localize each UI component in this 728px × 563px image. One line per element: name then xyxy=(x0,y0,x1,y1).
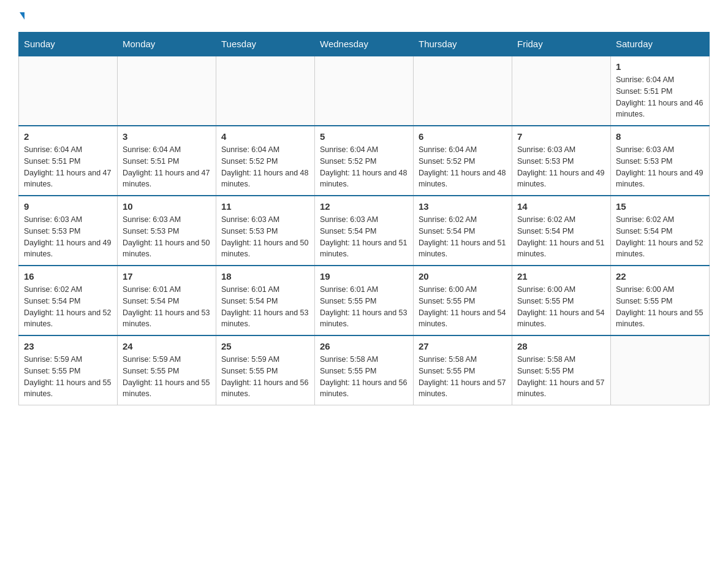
calendar-week-row: 2Sunrise: 6:04 AM Sunset: 5:51 PM Daylig… xyxy=(19,126,710,196)
calendar-day-cell: 27Sunrise: 5:58 AM Sunset: 5:55 PM Dayli… xyxy=(414,335,512,405)
calendar-day-cell: 4Sunrise: 6:04 AM Sunset: 5:52 PM Daylig… xyxy=(216,126,315,196)
calendar-day-cell: 3Sunrise: 6:04 AM Sunset: 5:51 PM Daylig… xyxy=(118,126,216,196)
day-number: 10 xyxy=(123,201,211,212)
calendar-day-cell xyxy=(315,56,414,126)
day-info: Sunrise: 6:04 AM Sunset: 5:51 PM Dayligh… xyxy=(123,144,211,190)
day-info: Sunrise: 6:00 AM Sunset: 5:55 PM Dayligh… xyxy=(517,284,605,330)
calendar-header-row: SundayMondayTuesdayWednesdayThursdayFrid… xyxy=(19,33,710,56)
calendar-week-row: 1Sunrise: 6:04 AM Sunset: 5:51 PM Daylig… xyxy=(19,56,710,126)
day-number: 9 xyxy=(24,201,112,212)
calendar-day-cell: 21Sunrise: 6:00 AM Sunset: 5:55 PM Dayli… xyxy=(512,266,611,335)
calendar-day-cell: 19Sunrise: 6:01 AM Sunset: 5:55 PM Dayli… xyxy=(315,266,414,335)
day-info: Sunrise: 6:04 AM Sunset: 5:51 PM Dayligh… xyxy=(616,74,704,120)
day-info: Sunrise: 6:01 AM Sunset: 5:54 PM Dayligh… xyxy=(123,284,211,330)
day-info: Sunrise: 5:59 AM Sunset: 5:55 PM Dayligh… xyxy=(24,354,112,400)
day-header-wednesday: Wednesday xyxy=(315,33,414,56)
day-number: 25 xyxy=(221,341,309,351)
day-info: Sunrise: 6:04 AM Sunset: 5:52 PM Dayligh… xyxy=(221,144,309,190)
calendar-day-cell: 18Sunrise: 6:01 AM Sunset: 5:54 PM Dayli… xyxy=(216,266,315,335)
day-number: 6 xyxy=(419,131,507,142)
day-number: 1 xyxy=(616,61,704,72)
calendar-day-cell: 2Sunrise: 6:04 AM Sunset: 5:51 PM Daylig… xyxy=(19,126,118,196)
day-info: Sunrise: 6:04 AM Sunset: 5:52 PM Dayligh… xyxy=(419,144,507,190)
day-info: Sunrise: 5:58 AM Sunset: 5:55 PM Dayligh… xyxy=(419,354,507,400)
calendar-day-cell: 20Sunrise: 6:00 AM Sunset: 5:55 PM Dayli… xyxy=(414,266,512,335)
day-info: Sunrise: 6:02 AM Sunset: 5:54 PM Dayligh… xyxy=(517,214,605,260)
calendar-day-cell: 5Sunrise: 6:04 AM Sunset: 5:52 PM Daylig… xyxy=(315,126,414,196)
day-number: 8 xyxy=(616,131,704,142)
day-number: 3 xyxy=(123,131,211,142)
calendar-day-cell: 9Sunrise: 6:03 AM Sunset: 5:53 PM Daylig… xyxy=(19,196,118,266)
day-info: Sunrise: 5:58 AM Sunset: 5:55 PM Dayligh… xyxy=(517,354,605,400)
day-header-thursday: Thursday xyxy=(414,33,512,56)
day-number: 26 xyxy=(320,341,408,351)
day-number: 12 xyxy=(320,201,408,212)
day-info: Sunrise: 6:03 AM Sunset: 5:53 PM Dayligh… xyxy=(24,214,112,260)
day-info: Sunrise: 6:03 AM Sunset: 5:53 PM Dayligh… xyxy=(123,214,211,260)
day-info: Sunrise: 6:02 AM Sunset: 5:54 PM Dayligh… xyxy=(616,214,704,260)
calendar-day-cell: 7Sunrise: 6:03 AM Sunset: 5:53 PM Daylig… xyxy=(512,126,611,196)
logo xyxy=(18,12,25,20)
day-number: 27 xyxy=(419,341,507,351)
day-info: Sunrise: 5:59 AM Sunset: 5:55 PM Dayligh… xyxy=(221,354,309,400)
calendar-day-cell xyxy=(512,56,611,126)
day-number: 13 xyxy=(419,201,507,212)
day-info: Sunrise: 6:01 AM Sunset: 5:55 PM Dayligh… xyxy=(320,284,408,330)
logo-triangle-icon xyxy=(20,12,25,20)
calendar-day-cell: 10Sunrise: 6:03 AM Sunset: 5:53 PM Dayli… xyxy=(118,196,216,266)
day-number: 17 xyxy=(123,271,211,282)
calendar-day-cell: 22Sunrise: 6:00 AM Sunset: 5:55 PM Dayli… xyxy=(611,266,710,335)
calendar-day-cell xyxy=(611,335,710,405)
day-number: 18 xyxy=(221,271,309,282)
day-number: 14 xyxy=(517,201,605,212)
calendar-day-cell: 14Sunrise: 6:02 AM Sunset: 5:54 PM Dayli… xyxy=(512,196,611,266)
day-header-friday: Friday xyxy=(512,33,611,56)
calendar-day-cell: 13Sunrise: 6:02 AM Sunset: 5:54 PM Dayli… xyxy=(414,196,512,266)
calendar-day-cell: 16Sunrise: 6:02 AM Sunset: 5:54 PM Dayli… xyxy=(19,266,118,335)
calendar-day-cell: 26Sunrise: 5:58 AM Sunset: 5:55 PM Dayli… xyxy=(315,335,414,405)
day-header-tuesday: Tuesday xyxy=(216,33,315,56)
day-info: Sunrise: 6:03 AM Sunset: 5:53 PM Dayligh… xyxy=(517,144,605,190)
day-number: 2 xyxy=(24,131,112,142)
day-info: Sunrise: 6:03 AM Sunset: 5:53 PM Dayligh… xyxy=(221,214,309,260)
page-header xyxy=(18,12,710,20)
day-number: 24 xyxy=(123,341,211,351)
calendar-day-cell: 25Sunrise: 5:59 AM Sunset: 5:55 PM Dayli… xyxy=(216,335,315,405)
day-number: 20 xyxy=(419,271,507,282)
day-number: 22 xyxy=(616,271,704,282)
day-number: 28 xyxy=(517,341,605,351)
calendar-day-cell: 24Sunrise: 5:59 AM Sunset: 5:55 PM Dayli… xyxy=(118,335,216,405)
calendar-day-cell: 15Sunrise: 6:02 AM Sunset: 5:54 PM Dayli… xyxy=(611,196,710,266)
day-info: Sunrise: 5:58 AM Sunset: 5:55 PM Dayligh… xyxy=(320,354,408,400)
day-number: 21 xyxy=(517,271,605,282)
day-info: Sunrise: 6:00 AM Sunset: 5:55 PM Dayligh… xyxy=(616,284,704,330)
day-info: Sunrise: 6:04 AM Sunset: 5:51 PM Dayligh… xyxy=(24,144,112,190)
calendar-day-cell xyxy=(118,56,216,126)
day-number: 16 xyxy=(24,271,112,282)
day-info: Sunrise: 6:03 AM Sunset: 5:53 PM Dayligh… xyxy=(616,144,704,190)
calendar-day-cell: 17Sunrise: 6:01 AM Sunset: 5:54 PM Dayli… xyxy=(118,266,216,335)
day-info: Sunrise: 6:02 AM Sunset: 5:54 PM Dayligh… xyxy=(419,214,507,260)
day-header-saturday: Saturday xyxy=(611,33,710,56)
day-info: Sunrise: 6:02 AM Sunset: 5:54 PM Dayligh… xyxy=(24,284,112,330)
calendar-table: SundayMondayTuesdayWednesdayThursdayFrid… xyxy=(18,32,710,405)
calendar-day-cell: 28Sunrise: 5:58 AM Sunset: 5:55 PM Dayli… xyxy=(512,335,611,405)
day-header-sunday: Sunday xyxy=(19,33,118,56)
calendar-day-cell: 12Sunrise: 6:03 AM Sunset: 5:54 PM Dayli… xyxy=(315,196,414,266)
calendar-day-cell xyxy=(216,56,315,126)
day-info: Sunrise: 6:01 AM Sunset: 5:54 PM Dayligh… xyxy=(221,284,309,330)
calendar-day-cell: 6Sunrise: 6:04 AM Sunset: 5:52 PM Daylig… xyxy=(414,126,512,196)
calendar-day-cell: 11Sunrise: 6:03 AM Sunset: 5:53 PM Dayli… xyxy=(216,196,315,266)
day-number: 5 xyxy=(320,131,408,142)
calendar-day-cell: 23Sunrise: 5:59 AM Sunset: 5:55 PM Dayli… xyxy=(19,335,118,405)
day-number: 23 xyxy=(24,341,112,351)
day-number: 11 xyxy=(221,201,309,212)
calendar-day-cell xyxy=(414,56,512,126)
day-header-monday: Monday xyxy=(118,33,216,56)
calendar-week-row: 16Sunrise: 6:02 AM Sunset: 5:54 PM Dayli… xyxy=(19,266,710,335)
day-number: 15 xyxy=(616,201,704,212)
day-info: Sunrise: 6:04 AM Sunset: 5:52 PM Dayligh… xyxy=(320,144,408,190)
calendar-week-row: 9Sunrise: 6:03 AM Sunset: 5:53 PM Daylig… xyxy=(19,196,710,266)
calendar-day-cell: 1Sunrise: 6:04 AM Sunset: 5:51 PM Daylig… xyxy=(611,56,710,126)
day-info: Sunrise: 6:03 AM Sunset: 5:54 PM Dayligh… xyxy=(320,214,408,260)
